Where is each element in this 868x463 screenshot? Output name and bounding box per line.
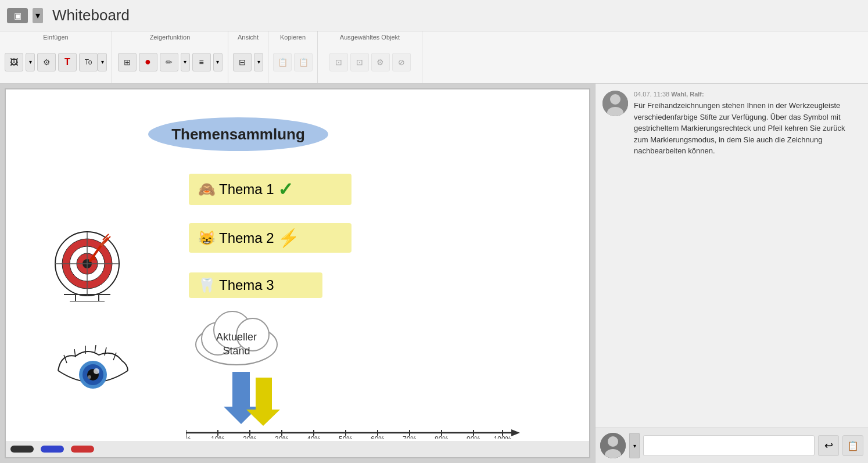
insert-image-btn[interactable]: 🖼	[5, 53, 23, 71]
title-bar: ▣ ▾ Whiteboard	[0, 0, 868, 31]
cloud-shape: Aktueller Stand	[186, 301, 288, 373]
thema-1-emoji: 🙈	[198, 181, 216, 198]
svg-text:Stand: Stand	[223, 345, 250, 357]
chat-send-btn[interactable]: ↩	[818, 435, 839, 456]
thema-2-box[interactable]: 😸 Thema 2 ⚡	[189, 223, 351, 253]
view-btn[interactable]: ⊟	[233, 53, 252, 71]
selection-mode-btn[interactable]: ⊞	[118, 53, 137, 71]
whiteboard-content: Themensammlung 🙈 Thema 1 ✓ 😸 Thema 2 ⚡ 🦷…	[6, 89, 589, 457]
pen-btn[interactable]: ✏	[160, 53, 178, 71]
thema-2-emoji: 😸	[198, 230, 216, 246]
marker-tray	[6, 441, 589, 457]
chat-input-field[interactable]	[643, 435, 815, 456]
svg-line-19	[95, 345, 96, 353]
title-dropdown[interactable]: ▾	[33, 8, 43, 23]
svg-text:10%: 10%	[211, 435, 225, 439]
svg-marker-34	[246, 378, 280, 426]
thema-1-marker: ✓	[278, 178, 293, 200]
chat-meta: 04.07. 11:38 Wahl, Ralf:	[634, 91, 861, 98]
main-area: Themensammlung 🙈 Thema 1 ✓ 😸 Thema 2 ⚡ 🦷…	[0, 84, 868, 463]
obj-delete-btn[interactable]: ⊘	[392, 53, 411, 71]
marker-blue[interactable]	[41, 446, 64, 453]
whiteboard-canvas[interactable]: Themensammlung 🙈 Thema 1 ✓ 😸 Thema 2 ⚡ 🦷…	[5, 88, 590, 458]
svg-point-26	[88, 375, 91, 379]
thema-3-emoji: 🦷	[198, 277, 216, 293]
kopieren-label: Kopieren	[280, 34, 306, 41]
insert-text-dropdown[interactable]: ▾	[98, 53, 107, 71]
chat-text: Für Freihandzeichnungen stehen Ihnen in …	[634, 100, 861, 157]
svg-text:Aktueller: Aktueller	[216, 331, 257, 343]
thema-2-label: Thema 2	[219, 230, 274, 246]
svg-point-63	[608, 436, 618, 447]
avatar-dropdown-btn[interactable]: ▾	[629, 433, 640, 458]
ansicht-label: Ansicht	[238, 34, 259, 41]
insert-media-btn[interactable]: ⚙	[37, 53, 56, 71]
insert-text-type-btn[interactable]: To	[79, 53, 98, 71]
obj-settings-btn[interactable]: ⚙	[371, 53, 390, 71]
marker-red[interactable]	[71, 446, 94, 453]
svg-marker-36	[511, 429, 520, 436]
copy-btn[interactable]: 📋	[273, 53, 292, 71]
svg-text:0%: 0%	[186, 435, 191, 439]
app-icon: ▣	[7, 8, 28, 23]
themensammlung-title: Themensammlung	[148, 117, 328, 151]
ausgewaehltes-label: Ausgewähltes Objekt	[340, 34, 400, 41]
toolbar: Einfügen 🖼 ▾ ⚙ T To ▾ Zeigerfunktion ⊞ ●…	[0, 31, 868, 84]
zeigerfunktion-label: Zeigerfunktion	[150, 34, 191, 41]
avatar-image	[602, 91, 628, 116]
toolbar-group-ausgewaehltes: Ausgewähltes Objekt ⊡ ⊡ ⚙ ⊘	[318, 31, 422, 83]
svg-line-20	[105, 347, 106, 356]
toolbar-group-ansicht: Ansicht ⊟ ▾	[228, 31, 268, 83]
thema-3-label: Thema 3	[219, 277, 274, 293]
chat-paste-btn[interactable]: 📋	[842, 435, 863, 456]
insert-text-btn[interactable]: T	[58, 53, 77, 71]
chat-message-content: 04.07. 11:38 Wahl, Ralf: Für Freihandzei…	[634, 91, 861, 157]
chat-avatar	[602, 91, 628, 116]
svg-text:60%: 60%	[371, 435, 385, 439]
svg-text:20%: 20%	[243, 435, 257, 439]
pointer-red-btn[interactable]: ●	[139, 53, 157, 71]
view-dropdown[interactable]: ▾	[254, 53, 263, 71]
toolbar-group-einfuegen: Einfügen 🖼 ▾ ⚙ T To ▾	[0, 31, 112, 83]
svg-point-25	[94, 368, 99, 374]
thema-1-box[interactable]: 🙈 Thema 1 ✓	[189, 174, 351, 205]
toolbar-group-kopieren: Kopieren 📋 📋	[268, 31, 318, 83]
svg-text:90%: 90%	[467, 435, 480, 439]
obj-cut-btn[interactable]: ⊡	[350, 53, 369, 71]
svg-text:30%: 30%	[275, 435, 289, 439]
pen-dropdown[interactable]: ▾	[181, 53, 190, 71]
line-style-btn[interactable]: ≡	[192, 53, 211, 71]
svg-text:100%: 100%	[494, 435, 512, 439]
target-image	[52, 220, 128, 304]
marker-black[interactable]	[10, 446, 34, 453]
progress-scale: 0% 10% 20% 30% 40% 50% 60% 70% 8	[186, 369, 523, 441]
app-title: Whiteboard	[52, 6, 130, 24]
right-panel: 04.07. 11:38 Wahl, Ralf: Für Freihandzei…	[595, 84, 868, 463]
obj-copy-btn[interactable]: ⊡	[329, 53, 348, 71]
svg-text:80%: 80%	[435, 435, 449, 439]
paste-btn[interactable]: 📋	[294, 53, 313, 71]
svg-text:40%: 40%	[307, 435, 321, 439]
thema-2-marker: ⚡	[278, 228, 299, 248]
einfuegen-label: Einfügen	[43, 34, 68, 41]
thema-1-label: Thema 1	[219, 181, 274, 198]
line-dropdown[interactable]: ▾	[213, 53, 223, 71]
svg-text:50%: 50%	[339, 435, 353, 439]
toolbar-group-zeigerfunktion: Zeigerfunktion ⊞ ● ✏ ▾ ≡ ▾	[112, 31, 228, 83]
svg-point-60	[610, 94, 620, 105]
eye-image	[52, 344, 134, 399]
thema-3-box[interactable]: 🦷 Thema 3	[189, 272, 322, 298]
chat-author: Wahl, Ralf:	[671, 91, 704, 98]
chat-area: 04.07. 11:38 Wahl, Ralf: Für Freihandzei…	[596, 84, 868, 428]
input-avatar	[600, 433, 626, 458]
insert-image-dropdown[interactable]: ▾	[26, 53, 35, 71]
chat-message: 04.07. 11:38 Wahl, Ralf: Für Freihandzei…	[602, 91, 861, 157]
svg-text:70%: 70%	[403, 435, 417, 439]
chat-input-bar: ▾ ↩ 📋	[596, 428, 868, 463]
